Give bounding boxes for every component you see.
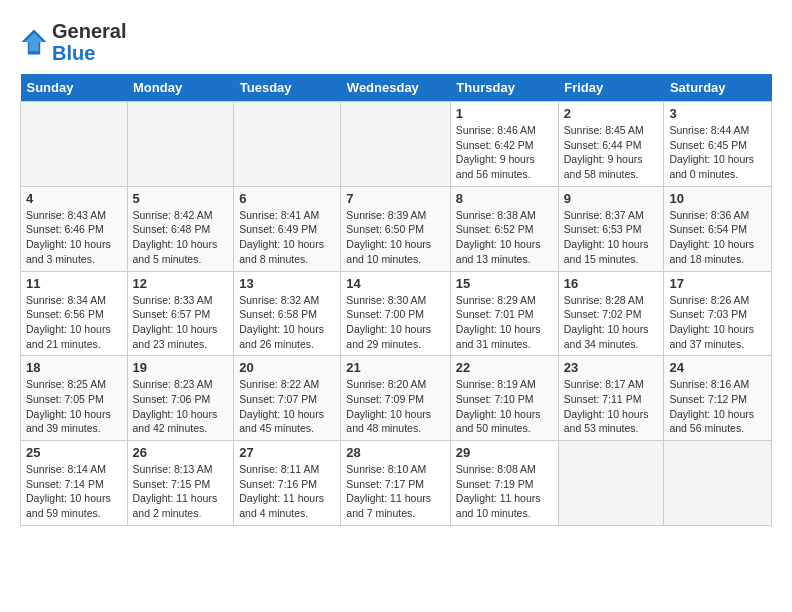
day-info: Sunrise: 8:16 AMSunset: 7:12 PMDaylight:… [669, 377, 766, 436]
calendar-cell: 8Sunrise: 8:38 AMSunset: 6:52 PMDaylight… [450, 186, 558, 271]
calendar-cell [341, 102, 451, 187]
day-number: 20 [239, 360, 335, 375]
calendar-cell: 21Sunrise: 8:20 AMSunset: 7:09 PMDayligh… [341, 356, 451, 441]
page-header: General Blue [20, 20, 772, 64]
day-info: Sunrise: 8:23 AMSunset: 7:06 PMDaylight:… [133, 377, 229, 436]
calendar-cell: 16Sunrise: 8:28 AMSunset: 7:02 PMDayligh… [558, 271, 664, 356]
day-info: Sunrise: 8:25 AMSunset: 7:05 PMDaylight:… [26, 377, 122, 436]
day-number: 16 [564, 276, 659, 291]
day-number: 22 [456, 360, 553, 375]
calendar-week-row: 18Sunrise: 8:25 AMSunset: 7:05 PMDayligh… [21, 356, 772, 441]
day-info: Sunrise: 8:29 AMSunset: 7:01 PMDaylight:… [456, 293, 553, 352]
day-number: 13 [239, 276, 335, 291]
day-info: Sunrise: 8:17 AMSunset: 7:11 PMDaylight:… [564, 377, 659, 436]
day-number: 23 [564, 360, 659, 375]
calendar-cell [234, 102, 341, 187]
day-info: Sunrise: 8:19 AMSunset: 7:10 PMDaylight:… [456, 377, 553, 436]
calendar-cell [21, 102, 128, 187]
weekday-header: Friday [558, 74, 664, 102]
day-info: Sunrise: 8:37 AMSunset: 6:53 PMDaylight:… [564, 208, 659, 267]
day-number: 2 [564, 106, 659, 121]
day-number: 12 [133, 276, 229, 291]
calendar-cell [558, 441, 664, 526]
day-number: 1 [456, 106, 553, 121]
day-info: Sunrise: 8:13 AMSunset: 7:15 PMDaylight:… [133, 462, 229, 521]
day-info: Sunrise: 8:20 AMSunset: 7:09 PMDaylight:… [346, 377, 445, 436]
day-number: 15 [456, 276, 553, 291]
calendar-cell: 11Sunrise: 8:34 AMSunset: 6:56 PMDayligh… [21, 271, 128, 356]
calendar-cell: 24Sunrise: 8:16 AMSunset: 7:12 PMDayligh… [664, 356, 772, 441]
calendar-cell: 9Sunrise: 8:37 AMSunset: 6:53 PMDaylight… [558, 186, 664, 271]
weekday-header: Wednesday [341, 74, 451, 102]
day-info: Sunrise: 8:38 AMSunset: 6:52 PMDaylight:… [456, 208, 553, 267]
day-number: 28 [346, 445, 445, 460]
logo-icon [20, 28, 48, 56]
day-number: 10 [669, 191, 766, 206]
calendar-cell: 25Sunrise: 8:14 AMSunset: 7:14 PMDayligh… [21, 441, 128, 526]
calendar-cell: 14Sunrise: 8:30 AMSunset: 7:00 PMDayligh… [341, 271, 451, 356]
calendar-week-row: 25Sunrise: 8:14 AMSunset: 7:14 PMDayligh… [21, 441, 772, 526]
day-info: Sunrise: 8:33 AMSunset: 6:57 PMDaylight:… [133, 293, 229, 352]
calendar-cell: 5Sunrise: 8:42 AMSunset: 6:48 PMDaylight… [127, 186, 234, 271]
day-number: 19 [133, 360, 229, 375]
day-number: 14 [346, 276, 445, 291]
day-info: Sunrise: 8:28 AMSunset: 7:02 PMDaylight:… [564, 293, 659, 352]
day-info: Sunrise: 8:36 AMSunset: 6:54 PMDaylight:… [669, 208, 766, 267]
day-info: Sunrise: 8:43 AMSunset: 6:46 PMDaylight:… [26, 208, 122, 267]
day-number: 21 [346, 360, 445, 375]
day-info: Sunrise: 8:39 AMSunset: 6:50 PMDaylight:… [346, 208, 445, 267]
calendar-table: SundayMondayTuesdayWednesdayThursdayFrid… [20, 74, 772, 526]
day-number: 24 [669, 360, 766, 375]
day-info: Sunrise: 8:11 AMSunset: 7:16 PMDaylight:… [239, 462, 335, 521]
calendar-cell: 6Sunrise: 8:41 AMSunset: 6:49 PMDaylight… [234, 186, 341, 271]
day-number: 17 [669, 276, 766, 291]
day-info: Sunrise: 8:26 AMSunset: 7:03 PMDaylight:… [669, 293, 766, 352]
day-number: 4 [26, 191, 122, 206]
calendar-cell: 12Sunrise: 8:33 AMSunset: 6:57 PMDayligh… [127, 271, 234, 356]
day-number: 9 [564, 191, 659, 206]
day-number: 5 [133, 191, 229, 206]
svg-marker-1 [25, 33, 44, 52]
day-number: 7 [346, 191, 445, 206]
calendar-week-row: 1Sunrise: 8:46 AMSunset: 6:42 PMDaylight… [21, 102, 772, 187]
calendar-cell: 28Sunrise: 8:10 AMSunset: 7:17 PMDayligh… [341, 441, 451, 526]
calendar-cell: 23Sunrise: 8:17 AMSunset: 7:11 PMDayligh… [558, 356, 664, 441]
calendar-cell [664, 441, 772, 526]
day-info: Sunrise: 8:41 AMSunset: 6:49 PMDaylight:… [239, 208, 335, 267]
calendar-cell: 7Sunrise: 8:39 AMSunset: 6:50 PMDaylight… [341, 186, 451, 271]
weekday-header: Tuesday [234, 74, 341, 102]
day-number: 25 [26, 445, 122, 460]
calendar-cell: 29Sunrise: 8:08 AMSunset: 7:19 PMDayligh… [450, 441, 558, 526]
day-info: Sunrise: 8:30 AMSunset: 7:00 PMDaylight:… [346, 293, 445, 352]
weekday-header: Sunday [21, 74, 128, 102]
calendar-cell: 15Sunrise: 8:29 AMSunset: 7:01 PMDayligh… [450, 271, 558, 356]
day-info: Sunrise: 8:14 AMSunset: 7:14 PMDaylight:… [26, 462, 122, 521]
calendar-cell: 18Sunrise: 8:25 AMSunset: 7:05 PMDayligh… [21, 356, 128, 441]
logo-line1: General [52, 20, 126, 42]
calendar-cell: 3Sunrise: 8:44 AMSunset: 6:45 PMDaylight… [664, 102, 772, 187]
day-info: Sunrise: 8:42 AMSunset: 6:48 PMDaylight:… [133, 208, 229, 267]
day-number: 27 [239, 445, 335, 460]
day-info: Sunrise: 8:46 AMSunset: 6:42 PMDaylight:… [456, 123, 553, 182]
calendar-week-row: 11Sunrise: 8:34 AMSunset: 6:56 PMDayligh… [21, 271, 772, 356]
logo-line2: Blue [52, 42, 126, 64]
weekday-header: Thursday [450, 74, 558, 102]
day-info: Sunrise: 8:32 AMSunset: 6:58 PMDaylight:… [239, 293, 335, 352]
day-number: 3 [669, 106, 766, 121]
calendar-header: SundayMondayTuesdayWednesdayThursdayFrid… [21, 74, 772, 102]
calendar-cell: 20Sunrise: 8:22 AMSunset: 7:07 PMDayligh… [234, 356, 341, 441]
weekday-header: Saturday [664, 74, 772, 102]
calendar-cell: 4Sunrise: 8:43 AMSunset: 6:46 PMDaylight… [21, 186, 128, 271]
calendar-cell: 10Sunrise: 8:36 AMSunset: 6:54 PMDayligh… [664, 186, 772, 271]
calendar-cell [127, 102, 234, 187]
day-number: 8 [456, 191, 553, 206]
calendar-cell: 26Sunrise: 8:13 AMSunset: 7:15 PMDayligh… [127, 441, 234, 526]
day-info: Sunrise: 8:22 AMSunset: 7:07 PMDaylight:… [239, 377, 335, 436]
calendar-cell: 2Sunrise: 8:45 AMSunset: 6:44 PMDaylight… [558, 102, 664, 187]
calendar-cell: 27Sunrise: 8:11 AMSunset: 7:16 PMDayligh… [234, 441, 341, 526]
day-number: 18 [26, 360, 122, 375]
calendar-week-row: 4Sunrise: 8:43 AMSunset: 6:46 PMDaylight… [21, 186, 772, 271]
day-number: 6 [239, 191, 335, 206]
day-info: Sunrise: 8:45 AMSunset: 6:44 PMDaylight:… [564, 123, 659, 182]
calendar-cell: 22Sunrise: 8:19 AMSunset: 7:10 PMDayligh… [450, 356, 558, 441]
